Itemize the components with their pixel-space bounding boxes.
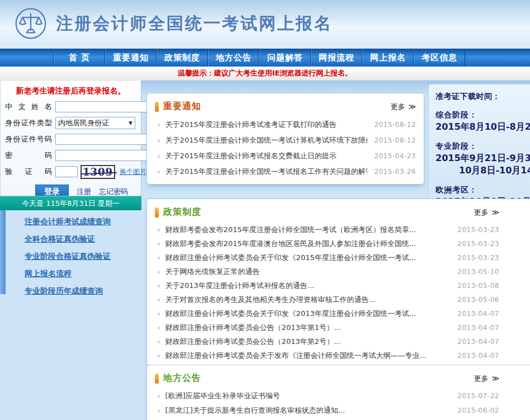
admit-card-panel: 准考证下载时间： 综合阶段： 2015年8月10日-8月26日 专业阶段： 20… [428,84,530,218]
bullet-arrow-icon: › [157,391,160,400]
site-title: 注册会计师全国统一考试网上报名 [56,12,333,35]
nav-item-online-registration[interactable]: 网上报名 [362,49,414,67]
login-panel: 新老考生请注册后再登录报名。 中文姓名 身份证件类型 内地居民身份证 ▼ 身份证… [0,81,141,196]
id-number-label: 身份证件号码 [5,134,52,144]
browser-tip-text: 温馨提示：建议广大考生使用IE浏览器进行网上报名。 [178,68,353,78]
news-link[interactable]: 关于2013年度注册会计师考试补报名的通告... [165,281,451,291]
news-date: 2013-05-08 [457,282,499,290]
list-item: › 财政部考委会发布2015年度注册会计师全国统一考试（欧洲考区）报名简章...… [147,223,530,237]
nav-item-local-announcements[interactable]: 地方公告 [208,49,259,67]
list-item: › 关于2015年度注册会计师考试准考证下载打印的通告 2015-08-12 [147,117,424,133]
news-link[interactable]: 关于2015年度注册会计师全国统一考试报名工作有关问题的解答 [165,167,368,177]
id-type-value: 内地居民身份证 [58,118,109,128]
news-link[interactable]: 关于2015年度注册会计师考试报名交费截止日的提示 [165,151,368,161]
admit-group-date: 2015年8月10日-8月26日 [436,121,530,133]
nav-item-exam-area-info[interactable]: 考区信息 [414,49,465,67]
sidebar-link-history-score-query[interactable]: 专业阶段历年成绩查询 [25,286,139,296]
news-link[interactable]: 财政部注册会计师考试委员会关于印发《2015年度注册会计师全国统一考试... [165,253,451,263]
id-type-select[interactable]: 内地居民身份证 ▼ [55,117,135,129]
sidebar-link-registration-process[interactable]: 网上报名流程 [25,269,139,279]
admit-card-title: 准考证下载时间： [436,92,530,102]
news-link[interactable]: 财政部注册会计师考试委员会关于发布《注册会计师全国统一考试大纲——专业... [165,351,451,361]
news-link[interactable]: 财政部考委会发布2015年度注册会计师全国统一考试（欧洲考区）报名简章... [165,225,451,235]
main-nav: 首 页 重要通知 政策制度 地方公告 问题解答 网报流程 网上报名 考区信息 [0,49,530,67]
list-item: › 关于2015年度注册会计师考试报名交费截止日的提示 2015-04-23 [147,148,424,164]
section-title: 政策制度 [163,206,201,218]
admit-group-label: 专业阶段： [436,140,530,152]
more-label: 更多 [474,374,488,384]
news-date: 2015-08-12 [374,121,416,129]
password-input[interactable] [55,150,158,161]
news-link[interactable]: 财政部考委会发布2015年度港澳台地区居民及外国人参加注册会计师全国统... [165,239,451,249]
list-item: › 财政部注册会计师考试委员会公告（2013年第1号）... 2013-04-0… [147,320,530,334]
admit-group-label: 综合阶段： [436,109,530,121]
section-bullet-icon [155,102,159,112]
more-link[interactable]: 更多 ≫ [390,102,416,112]
change-captcha-link[interactable]: 换个图片 [120,167,146,177]
name-row: 中文姓名 [5,101,135,113]
sidebar-link-allpass-certificate-verify[interactable]: 全科合格证真伪验证 [25,234,139,244]
bullet-arrow-icon: › [157,295,160,304]
password-label: 密码 [5,150,52,161]
panel-header: 地方公告 更多 ≫ [147,365,530,389]
section-title: 地方公告 [163,372,201,384]
list-item: › 财政部考委会发布2015年度港澳台地区居民及外国人参加注册会计师全国统...… [147,237,530,251]
bullet-arrow-icon: › [157,406,160,415]
nav-item-important-notices[interactable]: 重要通知 [105,49,157,67]
more-label: 更多 [474,207,488,218]
sidebar-link-professional-certificate-verify[interactable]: 专业阶段合格证真伪验证 [25,252,139,262]
news-link[interactable]: 关于对首次报名的考生及其他相关考生办理资格审核工作的通告... [165,295,451,305]
bullet-arrow-icon: › [157,167,160,176]
name-input[interactable] [55,101,158,112]
news-link[interactable]: 财政部注册会计师考试委员会关于印发《2013年度注册会计师全国统一考试... [165,309,451,319]
bullet-arrow-icon: › [157,152,160,161]
password-row: 密码 [5,149,135,162]
nav-spacer [0,49,54,67]
news-link[interactable]: [黑龙江]关于提示新考生自行查询报名审核状态的通知... [165,405,451,416]
more-label: 更多 [390,102,405,112]
list-item: › 关于2013年度注册会计师考试补报名的通告... 2013-05-08 [147,279,530,292]
today-date-bar: 今天是 115年8月31日 星期一 [0,196,141,210]
news-date: 2015-03-23 [457,226,499,234]
sidebar-link-score-query[interactable]: 注册会计师考试成绩查询 [25,217,139,227]
login-notice: 新老考生请注册后再登录报名。 [1,86,141,96]
captcha-image[interactable]: 1309 [81,165,115,179]
news-link[interactable]: 财政部注册会计师考试委员会公告（2013年第2号）... [165,337,451,347]
section-bullet-icon [155,207,159,218]
news-link[interactable]: [欧洲]应届毕业生补录毕业证书编号 [165,391,451,401]
nav-item-qa[interactable]: 问题解答 [259,49,311,67]
news-link[interactable]: 关于2015年度注册会计师考试准考证下载打印的通告 [165,120,368,130]
news-date: 2015-03-23 [457,240,499,248]
list-item: › 关于网络光缆恢复正常的通告 2013-05-10 [147,265,530,279]
id-type-row: 身份证件类型 内地居民身份证 ▼ [5,117,135,129]
news-date: 2013-05-06 [457,296,499,304]
nav-item-online-process[interactable]: 网报流程 [311,49,362,67]
more-link[interactable]: 更多 ≫ [474,207,499,218]
bullet-arrow-icon: › [157,136,160,145]
cpa-emblem-icon [15,7,47,40]
captcha-input[interactable] [55,166,78,177]
more-link[interactable]: 更多 ≫ [474,374,499,384]
id-number-input[interactable] [55,134,158,145]
bullet-arrow-icon: › [157,239,160,248]
captcha-row: 验证码 1309 换个图片 [5,166,135,178]
section-bullet-icon [155,374,159,384]
news-link[interactable]: 财政部注册会计师考试委员会公告（2013年第1号）... [165,323,451,333]
news-date: 2015-06-02 [457,407,499,414]
list-item: › 关于对首次报名的考生及其他相关考生办理资格审核工作的通告... 2013-0… [147,292,530,306]
admit-group-date: 2015年9月21日-9月30日 [436,152,530,164]
news-date: 2015-03-23 [457,254,499,262]
news-link[interactable]: 关于网络光缆恢复正常的通告 [165,267,451,277]
captcha-label: 验证码 [5,167,52,177]
news-date: 2013-04-07 [457,338,499,346]
nav-item-home[interactable]: 首 页 [54,49,105,67]
admit-group-professional: 专业阶段： 2015年9月21日-9月30日 10月8日-10月14日 [436,140,530,177]
admit-group-date: 10月8日-10月14日 [436,164,530,177]
news-link[interactable]: 关于2015年度注册会计师全国统一考试计算机考试环境下故障处... [165,135,368,145]
sidebar-links: 注册会计师考试成绩查询 全科合格证真伪验证 专业阶段合格证真伪验证 网上报名流程… [25,217,139,304]
bullet-arrow-icon: › [157,253,160,262]
today-date-text: 今天是 115年8月31日 星期一 [22,199,120,209]
list-item: › 财政部注册会计师考试委员会关于发布《注册会计师全国统一考试大纲——专业...… [147,348,530,362]
nav-item-policies[interactable]: 政策制度 [157,49,208,67]
browser-tip-bar: 温馨提示：建议广大考生使用IE浏览器进行网上报名。 [0,67,530,81]
